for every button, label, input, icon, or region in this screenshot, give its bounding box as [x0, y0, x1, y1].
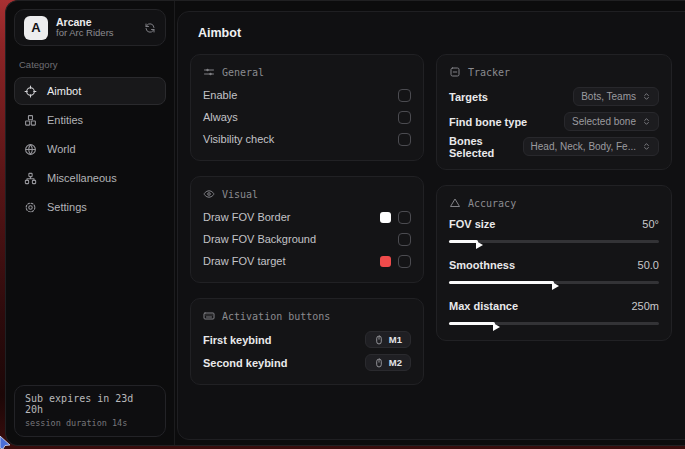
visual-card: Visual Draw FOV Border Draw FOV Backgrou… — [190, 176, 424, 283]
slider-thumb[interactable] — [552, 282, 559, 290]
enable-checkbox[interactable] — [398, 89, 411, 102]
sidebar-item-label: Entities — [47, 114, 83, 126]
setting-label: First keybind — [203, 334, 271, 346]
chevrons-up-down-icon — [642, 117, 651, 126]
app-subtitle: for Arc Riders — [56, 28, 136, 39]
right-column: Tracker Targets Bots, Teams — [436, 54, 672, 341]
setting-row-find-bone-type: Find bone type Selected bone — [449, 109, 659, 134]
fov-size-slider[interactable] — [449, 236, 659, 246]
smoothness-slider[interactable] — [449, 277, 659, 287]
setting-label: Bones Selected — [449, 135, 523, 159]
content-panel: Aimbot General Enable — [177, 11, 685, 440]
draw-fov-background-checkbox[interactable] — [398, 233, 411, 246]
general-card: General Enable Always Visibility check — [190, 54, 424, 161]
setting-label: Enable — [203, 89, 237, 101]
setting-label: Smoothness — [449, 259, 515, 271]
keybind-value: M2 — [389, 357, 402, 368]
main-area: Aimbot General Enable — [175, 1, 685, 445]
draw-fov-target-checkbox[interactable] — [398, 255, 411, 268]
sidebar-item-label: Aimbot — [47, 85, 81, 97]
setting-label: Draw FOV target — [203, 255, 286, 267]
setting-label: Second keybind — [203, 357, 287, 369]
fov-border-color-swatch[interactable] — [380, 212, 391, 223]
left-column: General Enable Always Visibility check — [190, 54, 424, 385]
always-checkbox[interactable] — [398, 111, 411, 124]
sidebar-item-label: Settings — [47, 201, 87, 213]
slider-fill — [449, 240, 478, 243]
general-card-header: General — [203, 66, 411, 78]
find-bone-type-dropdown[interactable]: Selected bone — [564, 112, 659, 131]
crosshair-icon — [24, 85, 37, 98]
draw-fov-border-checkbox[interactable] — [398, 211, 411, 224]
slider-thumb[interactable] — [476, 241, 483, 249]
slider-value: 50.0 — [638, 259, 659, 271]
sidebar-item-miscellaneous[interactable]: Miscellaneous — [14, 164, 166, 192]
setting-label: Find bone type — [449, 116, 527, 128]
row-controls — [380, 211, 411, 224]
setting-label: Always — [203, 111, 238, 123]
max-distance-slider[interactable] — [449, 318, 659, 328]
setting-row-visibility-check: Visibility check — [203, 128, 411, 150]
triangle-icon — [449, 197, 461, 209]
setting-label: Visibility check — [203, 133, 274, 145]
chevrons-up-down-icon — [642, 92, 651, 101]
setting-group-max-distance: Max distance 250m — [449, 297, 659, 328]
sidebar-item-aimbot[interactable]: Aimbot — [14, 77, 166, 105]
brand-card: A Arcane for Arc Riders — [14, 9, 166, 46]
dropdown-value: Head, Neck, Body, Fe... — [531, 141, 636, 152]
keyboard-icon — [203, 310, 215, 322]
card-title: General — [222, 67, 264, 78]
setting-row-always: Always — [203, 106, 411, 128]
sliders-icon — [203, 66, 215, 78]
row-controls — [380, 255, 411, 268]
sidebar-item-world[interactable]: World — [14, 135, 166, 163]
globe-icon — [24, 143, 37, 156]
setting-row-second-keybind: Second keybind M2 — [203, 351, 411, 374]
slider-value: 50° — [642, 218, 659, 230]
tracker-card: Tracker Targets Bots, Teams — [436, 54, 672, 170]
page-title: Aimbot — [198, 26, 685, 40]
gear-icon — [24, 201, 37, 214]
sub-expiry-text: Sub expires in 23d 20h — [25, 393, 155, 415]
setting-row-draw-fov-border: Draw FOV Border — [203, 206, 411, 228]
chevrons-up-down-icon — [642, 142, 651, 151]
bones-selected-dropdown[interactable]: Head, Neck, Body, Fe... — [523, 137, 659, 156]
setting-label: Draw FOV Background — [203, 233, 316, 245]
accuracy-card-header: Accuracy — [449, 197, 659, 209]
slider-thumb[interactable] — [493, 323, 500, 331]
visibility-check-checkbox[interactable] — [398, 133, 411, 146]
setting-row-first-keybind: First keybind M1 — [203, 328, 411, 351]
setting-group-fov-size: FOV size 50° — [449, 215, 659, 246]
slider-fill — [449, 322, 495, 325]
mouse-cursor-icon — [0, 436, 12, 449]
setting-row-targets: Targets Bots, Teams — [449, 84, 659, 109]
row-controls — [398, 233, 411, 246]
second-keybind-button[interactable]: M2 — [365, 354, 411, 371]
session-duration-text: session duration 14s — [25, 418, 155, 428]
network-icon — [24, 172, 37, 185]
setting-label: FOV size — [449, 218, 495, 230]
eye-icon — [203, 188, 215, 200]
sidebar-item-label: Miscellaneous — [47, 172, 117, 184]
targets-dropdown[interactable]: Bots, Teams — [573, 87, 659, 106]
visual-card-header: Visual — [203, 188, 411, 200]
subscription-info-box: Sub expires in 23d 20h session duration … — [14, 385, 166, 437]
card-columns: General Enable Always Visibility check — [190, 54, 685, 385]
keybind-value: M1 — [389, 334, 402, 345]
slider-fill — [449, 281, 554, 284]
fov-target-color-swatch[interactable] — [380, 256, 391, 267]
sidebar-item-settings[interactable]: Settings — [14, 193, 166, 221]
activation-buttons-card: Activation buttons First keybind M1 — [190, 298, 424, 385]
sync-icon[interactable] — [144, 22, 156, 34]
card-title: Tracker — [468, 67, 510, 78]
dropdown-value: Bots, Teams — [581, 91, 636, 102]
mouse-icon — [374, 358, 384, 368]
scan-minus-icon — [449, 66, 461, 78]
card-title: Activation buttons — [222, 311, 330, 322]
setting-label: Max distance — [449, 300, 518, 312]
sidebar-nav: Aimbot Entities World — [14, 77, 166, 221]
setting-label: Draw FOV Border — [203, 211, 290, 223]
setting-group-smoothness: Smoothness 50.0 — [449, 256, 659, 287]
sidebar-item-entities[interactable]: Entities — [14, 106, 166, 134]
first-keybind-button[interactable]: M1 — [365, 331, 411, 348]
